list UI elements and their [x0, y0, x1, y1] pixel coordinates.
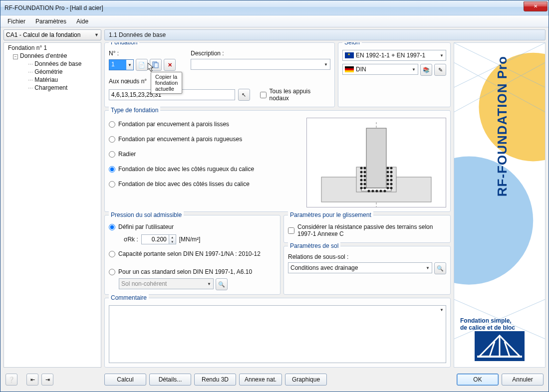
subsoil-select[interactable]: Conditions avec drainage ▼	[288, 262, 432, 273]
chevron-down-icon[interactable]: ▼	[126, 60, 133, 70]
annex-button[interactable]: Annexe nat.	[239, 374, 282, 386]
graphic-button[interactable]: Graphique	[285, 374, 327, 386]
branding-panel: RF-FOUNDATION Pro Fondation simple, de c…	[454, 42, 546, 368]
case-selector-label: CA1 - Calcul de la fondation	[6, 31, 80, 38]
app-subtitle-1: Fondation simple,	[457, 317, 542, 324]
group-comment: Commentaire ▼	[104, 298, 451, 368]
svg-point-29	[390, 179, 393, 182]
comment-field[interactable]: ▼	[109, 305, 446, 363]
group-selon-title: Selon	[342, 42, 362, 46]
code-national[interactable]: DIN ▼	[342, 64, 418, 75]
svg-point-14	[364, 167, 366, 170]
svg-point-32	[368, 190, 370, 193]
code-lib-button[interactable]: 📚	[420, 64, 432, 76]
soil-opt2[interactable]: Capacité portante selon DIN EN 1997-1/NA…	[109, 249, 276, 258]
subsoil-details[interactable]: 🔍	[434, 262, 446, 274]
svg-point-38	[454, 156, 533, 284]
passive-resistance-checkbox[interactable]: Considérer la résistance passive des ter…	[288, 222, 446, 238]
tooltip: Copier la fondation actuelle	[151, 72, 182, 94]
menu-help[interactable]: Aide	[72, 17, 92, 26]
tree-input[interactable]: −Données d'entrée	[6, 52, 99, 60]
svg-point-36	[384, 190, 386, 193]
tree-root[interactable]: Fondation n° 1	[6, 44, 99, 52]
svg-marker-2	[148, 63, 153, 71]
render3d-button[interactable]: Rendu 3D	[194, 374, 236, 386]
svg-point-17	[364, 179, 366, 182]
foundation-diagram	[306, 118, 446, 207]
group-soil-title: Pression du sol admissible	[109, 211, 184, 218]
spin-up-icon[interactable]: ▲	[169, 235, 176, 239]
svg-point-34	[376, 190, 378, 193]
all-supports-checkbox[interactable]: Tous les appuis nodaux	[260, 87, 330, 103]
desc-label: Description :	[191, 50, 330, 57]
nav-next-button[interactable]: ⇥	[41, 374, 53, 386]
close-button[interactable]: ✕	[524, 1, 548, 11]
new-foundation-button[interactable]: 📄	[136, 59, 148, 71]
code-primary[interactable]: EN 1992-1-1 + EN 1997-1 ▼	[342, 50, 446, 61]
group-type: Type de fondation Fondation par encuveme…	[104, 110, 451, 212]
cancel-button[interactable]: Annuler	[502, 374, 544, 386]
chevron-down-icon: ▼	[440, 53, 444, 58]
group-sliding-title: Paramètres pour le glissement	[288, 211, 373, 218]
type-opt4[interactable]: Fondation de bloc avec les côtés rugueux…	[109, 165, 301, 174]
description-field[interactable]: ▼	[191, 59, 330, 70]
app-name: RF-FOUNDATION Pro	[495, 56, 510, 196]
tree-mat[interactable]: ··· Matériau	[6, 76, 99, 84]
type-opt1[interactable]: Fondation par encuvement à parois lisses	[109, 120, 301, 129]
svg-point-9	[360, 171, 363, 174]
svg-point-33	[372, 190, 374, 193]
type-opt5[interactable]: Fondation de bloc avec des côtés lisses …	[109, 180, 301, 189]
soil-opt1[interactable]: Défini par l'utilisateur	[109, 222, 276, 231]
svg-point-26	[390, 167, 393, 170]
help-button[interactable]: ❔	[5, 374, 17, 386]
pick-nodes-button[interactable]: ↖	[238, 89, 250, 101]
menu-file[interactable]: Fichier	[3, 17, 29, 26]
nav-tree[interactable]: Fondation n° 1 −Données d'entrée ··· Don…	[3, 42, 101, 368]
svg-point-8	[360, 167, 363, 170]
menubar: Fichier Paramètres Aide	[0, 15, 549, 27]
svg-point-28	[390, 175, 393, 178]
nav-prev-button[interactable]: ⇤	[26, 374, 38, 386]
vendor-logo	[475, 331, 525, 361]
group-sliding: Paramètres pour le glissement Considérer…	[283, 215, 451, 243]
sigma-unit: [MN/m²]	[179, 236, 201, 243]
flag-eu-icon	[345, 52, 354, 58]
collapse-icon[interactable]: −	[13, 54, 18, 59]
tree-load[interactable]: ··· Chargement	[6, 84, 99, 92]
soil-type-select: Sol non-cohérent ▼	[119, 278, 214, 289]
spin-down-icon[interactable]: ▼	[169, 239, 176, 244]
tree-base[interactable]: ··· Données de base	[6, 60, 99, 68]
details-button[interactable]: Détails...	[149, 374, 191, 386]
svg-point-37	[479, 53, 545, 162]
titlebar: RF-FOUNDATION Pro - [Hall d acier] ✕	[0, 0, 549, 15]
aux-label: Aux nœuds n°	[109, 78, 330, 85]
calc-button[interactable]: Calcul	[104, 374, 146, 386]
code-edit-button[interactable]: ✎	[434, 64, 446, 76]
group-comment-title: Commentaire	[109, 294, 149, 301]
svg-point-25	[387, 187, 389, 190]
type-opt3[interactable]: Radier	[109, 150, 301, 159]
svg-point-16	[364, 175, 366, 178]
case-selector[interactable]: CA1 - Calcul de la fondation ▼	[3, 29, 101, 40]
svg-point-27	[390, 171, 393, 174]
foundation-number[interactable]: 1 ▼	[109, 59, 134, 70]
ok-button[interactable]: OK	[457, 374, 499, 386]
n-label: N° :	[109, 50, 176, 57]
svg-point-15	[364, 171, 366, 174]
svg-point-20	[387, 167, 389, 170]
svg-point-24	[387, 183, 389, 186]
soil-opt3[interactable]: Pour un cas standard selon DIN EN 1997-1…	[109, 267, 276, 276]
menu-params[interactable]: Paramètres	[31, 17, 70, 26]
chevron-down-icon: ▼	[94, 32, 99, 37]
group-fondation: Fondation N° : 1 ▼	[104, 42, 335, 107]
tree-geom[interactable]: ··· Géométrie	[6, 68, 99, 76]
svg-point-21	[387, 171, 389, 174]
sigma-input[interactable]: ▲▼	[141, 234, 176, 244]
type-opt2[interactable]: Fondation par encuvement à parois rugueu…	[109, 135, 301, 144]
cursor-icon	[148, 63, 156, 73]
soil-type-details[interactable]: 🔍	[216, 278, 228, 290]
svg-point-22	[387, 175, 389, 178]
group-soilparam-title: Paramètres de sol	[288, 242, 340, 249]
group-fondation-title: Fondation	[109, 42, 139, 46]
delete-foundation-button[interactable]: ✕	[164, 59, 176, 71]
